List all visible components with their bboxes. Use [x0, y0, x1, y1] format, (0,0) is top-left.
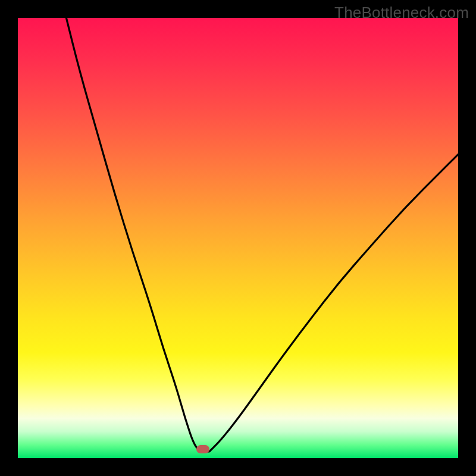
bottleneck-curve	[18, 18, 458, 458]
curve-path	[66, 18, 458, 452]
minimum-marker	[196, 445, 209, 453]
plot-area	[18, 18, 458, 458]
watermark-text: TheBottleneck.com	[334, 4, 469, 22]
chart-frame: TheBottleneck.com	[0, 0, 476, 476]
